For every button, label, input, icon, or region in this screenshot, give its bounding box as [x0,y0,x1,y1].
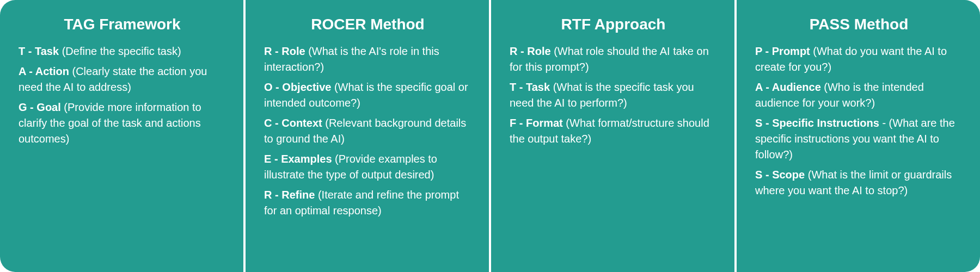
separator: - [272,45,281,57]
item-word: Role [281,45,305,57]
item-letter: O [264,81,273,93]
item-desc: (Define the specific task) [62,45,181,57]
separator: - [763,81,772,93]
framework-card-pass: PASS Method P - Prompt (What do you want… [737,0,980,272]
item-letter: A [755,81,763,93]
separator: - [25,45,35,57]
separator: - [272,189,281,201]
framework-title: ROCER Method [264,15,471,34]
item-word: Context [281,117,322,129]
separator: - [273,81,283,93]
item-letter: T [19,45,25,57]
item-letter: E [264,153,271,165]
framework-item: R - Role (What role should the AI take o… [510,44,717,75]
framework-item: E - Examples (Provide examples to illust… [264,151,471,183]
item-word: Refine [281,189,315,201]
item-word: Prompt [772,45,810,57]
framework-card-tag: TAG Framework T - Task (Define the speci… [0,0,243,272]
item-letter: S [755,169,762,181]
separator: - [271,153,281,165]
item-word: Audience [772,81,821,93]
item-word: Role [527,45,550,57]
item-word: Task [526,81,550,93]
item-letter: T [510,81,516,93]
item-word: Goal [36,101,60,113]
separator: - [517,45,527,57]
item-letter: R [264,45,272,57]
framework-items: P - Prompt (What do you want the AI to c… [755,44,963,199]
item-letter: S [755,117,762,129]
framework-item: R - Role (What is the AI's role in this … [264,44,471,75]
item-word: Task [35,45,59,57]
separator: - [516,81,526,93]
framework-item: P - Prompt (What do you want the AI to c… [755,44,963,75]
separator: - [27,101,37,113]
item-letter: P [755,45,762,57]
framework-items: R - Role (What is the AI's role in this … [264,44,471,219]
item-letter: R [510,45,517,57]
framework-title: RTF Approach [510,15,717,34]
framework-title: TAG Framework [19,15,226,34]
item-letter: A [19,65,26,77]
framework-item: A - Audience (Who is the intended audien… [755,79,963,111]
item-word: Specific Instructions [772,117,879,129]
framework-item: A - Action (Clearly state the action you… [19,64,226,95]
framework-item: T - Task (Define the specific task) [19,44,226,59]
framework-item: T - Task (What is the specific task you … [510,79,717,111]
framework-item: F - Format (What format/structure should… [510,115,717,147]
separator: - [272,117,281,129]
item-letter: R [264,189,272,201]
framework-item: O - Objective (What is the specific goal… [264,79,471,111]
separator: - [762,169,772,181]
item-word: Objective [282,81,331,93]
framework-title: PASS Method [755,15,963,34]
separator: - [762,117,772,129]
item-word: Examples [281,153,332,165]
framework-card-rocer: ROCER Method R - Role (What is the AI's … [246,0,489,272]
item-word: Action [35,65,69,77]
framework-items: T - Task (Define the specific task) A - … [19,44,226,147]
separator: - [26,65,35,77]
item-letter: C [264,117,272,129]
item-letter: F [510,117,516,129]
framework-item: C - Context (Relevant background details… [264,115,471,147]
framework-card-rtf: RTF Approach R - Role (What role should … [491,0,734,272]
framework-item: R - Refine (Iterate and refine the promp… [264,187,471,219]
item-word: Format [526,117,563,129]
framework-item: S - Scope (What is the limit or guardrai… [755,167,963,199]
framework-items: R - Role (What role should the AI take o… [510,44,717,147]
item-word: Scope [772,169,805,181]
separator: - [762,45,772,57]
framework-item: G - Goal (Provide more information to cl… [19,100,226,147]
frameworks-container: TAG Framework T - Task (Define the speci… [0,0,980,272]
framework-item: S - Specific Instructions - (What are th… [755,115,963,163]
item-letter: G [19,101,27,113]
separator: - [516,117,526,129]
